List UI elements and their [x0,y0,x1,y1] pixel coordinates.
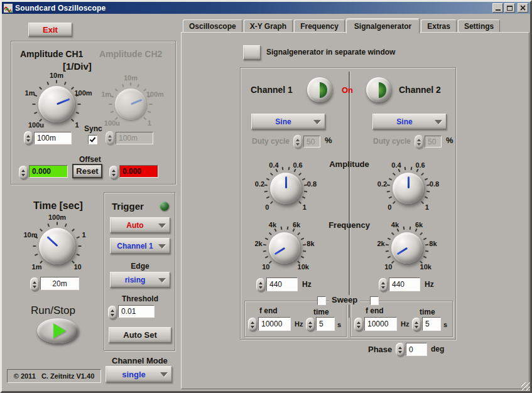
knob-tick-label: 2k [254,240,262,247]
tab-frequency[interactable]: Frequency [294,19,345,32]
knob-tick-label: 100m [74,89,92,97]
time-value[interactable]: 20m [40,277,79,290]
exit-button[interactable]: Exit [28,23,72,36]
threshold-spinner[interactable] [108,306,117,320]
toggle-state-icon [320,82,327,98]
channel2-fend-value[interactable]: 10000 [364,317,397,331]
amplitude-ch2-spinner[interactable] [106,131,114,145]
phase-unit: deg [431,345,444,353]
channel1-fend-spinner[interactable] [248,318,257,331]
knob-tick [40,229,43,232]
offset-ch2-value[interactable]: 0.000 [119,165,158,178]
time-spinner[interactable] [30,277,39,291]
tab-oscilloscope[interactable]: Oscilloscope [183,19,242,32]
amplitude-ch2-value[interactable]: 100m [116,132,153,144]
knob-tick [77,254,80,256]
channel2-waveform-dropdown[interactable]: Sine [372,114,447,129]
channel1-frequency-knob[interactable]: 102k4k6k8k10k [250,213,319,283]
channel1-duty-label: Duty cycle [252,137,290,146]
knob-tick-label: 0.4 [269,161,278,169]
tab-settings[interactable]: Settings [458,19,500,32]
run-stop-button[interactable] [37,318,79,343]
channel1-fend-value[interactable]: 10000 [258,317,291,331]
channel2-frequency-value[interactable]: 440 [389,277,420,291]
channel1-duty-value[interactable]: 50 [303,136,320,148]
toggle-state-icon [379,82,386,98]
channel2-sweep-checkbox[interactable] [370,296,379,305]
trigger-source-dropdown[interactable]: Channel 1 [110,238,170,254]
knob-tick [421,201,424,204]
knob-tick [34,112,37,114]
channel1-sweep-checkbox[interactable] [317,296,326,305]
channel2-fend-spinner[interactable] [354,318,363,331]
channel1-frequency-value[interactable]: 440 [266,277,298,291]
channel2-duty-spinner[interactable] [415,135,423,149]
trigger-mode-dropdown[interactable]: Auto [110,217,170,233]
offset-ch1-spinner[interactable] [19,166,28,180]
channel2-sweeptime-spinner[interactable] [412,318,421,331]
channel1-on-toggle[interactable] [307,77,332,102]
check-icon [90,136,96,142]
knob-tick [393,201,396,204]
amplitude-ch2-knob[interactable]: 100u1m10m100m1 [96,70,165,139]
channel1-sweeptime-value[interactable]: 5 [316,317,335,331]
knob-tick [270,173,273,176]
offset-reset-button[interactable]: Reset [72,164,102,178]
sync-checkbox[interactable] [88,135,97,144]
channel1-sweeptime-label: time [313,308,329,316]
knob-tick [111,110,114,113]
offset-ch1-value[interactable]: 0.000 [29,165,68,178]
auto-set-button[interactable]: Auto Set [109,327,171,343]
minimize-button[interactable] [492,3,503,13]
tab-signalgenerator[interactable]: Signalgenerator [346,18,420,33]
offset-ch2-spinner[interactable] [109,166,118,180]
channel1-amplitude-knob[interactable]: 00.20.40.60.81 [251,154,320,223]
knob-tick-label: 1m [32,263,42,271]
channel2-frequency-spinner[interactable] [379,278,388,292]
channel1-frequency-spinner[interactable] [256,278,265,292]
knob-tick-label: 2k [377,240,384,247]
channel2-amplitude-knob[interactable]: 00.20.40.60.81 [374,154,443,223]
amplitude-ch1-knob[interactable]: 100u1m10m100m1 [19,67,94,141]
phase-spinner[interactable] [396,343,404,357]
time-knob[interactable]: 1m10m100m110 [20,209,94,283]
channel1-duty-spinner[interactable] [293,135,302,149]
resize-grip[interactable] [521,382,529,390]
amplitude-ch1-value[interactable]: 100m [34,132,72,144]
channel2-frequency-unit: Hz [425,280,434,289]
knob-tick-label: 0.2 [255,180,264,188]
knob-tick [298,201,301,204]
knob-tick-label: 10 [73,263,81,271]
channel-mode-dropdown[interactable]: single [106,366,172,382]
knob-tick [274,229,276,232]
channel2-sweeptime-value[interactable]: 5 [422,317,441,331]
knob-tick [425,196,428,199]
phase-value[interactable]: 0 [406,343,427,356]
close-button[interactable] [518,3,528,13]
trigger-edge-dropdown[interactable]: rising [110,272,170,288]
tab-strip: Oscilloscope X-Y Graph Frequency Signalg… [183,18,500,33]
application-window: Soundcard Oszilloscope Exit Amplitude CH… [0,0,532,393]
channel2-on-toggle[interactable] [366,77,391,102]
tab-xy-graph[interactable]: X-Y Graph [244,19,293,32]
on-label: On [342,85,353,95]
knob-tick [393,173,396,176]
channel1-waveform-dropdown[interactable]: Sine [251,114,325,129]
knob-tick [411,167,413,170]
maximize-button[interactable] [504,3,515,13]
knob-tick [65,223,67,227]
threshold-value[interactable]: 0.01 [118,305,155,318]
channel2-duty-value[interactable]: 50 [425,136,442,148]
tab-extras[interactable]: Extras [421,19,457,32]
channel1-sweeptime-spinner[interactable] [306,318,315,331]
amplitude-ch1-spinner[interactable] [24,131,33,145]
channel2-frequency-knob[interactable]: 102k4k6k8k10k [372,213,442,283]
amplitude-panel: Amplitude CH1 Amplitude CH2 [1/Div] 100u… [11,41,176,185]
separate-window-checkbox[interactable] [243,45,261,60]
sweep-label: Sweep [329,295,360,304]
trigger-edge-value: rising [125,276,146,284]
knob-tick [403,227,405,230]
knob-tick-label: 0.6 [415,161,425,169]
title-bar[interactable]: Soundcard Oszilloscope [2,2,530,14]
knob-tick [288,167,290,170]
